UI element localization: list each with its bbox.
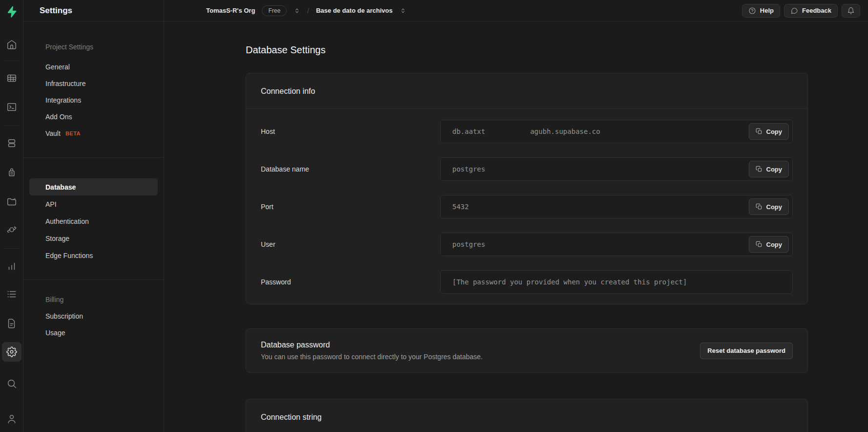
sidebar-item-label: Edge Functions (45, 252, 93, 259)
settings-nav: Project Settings General Infrastructure … (23, 22, 164, 341)
connection-info-body: Host db.aatxt agubh.supabase.co Copy (246, 109, 807, 304)
host-value-field: db.aatxt agubh.supabase.co Copy (440, 120, 793, 143)
plan-badge[interactable]: Free (262, 5, 287, 16)
connection-info-title: Connection info (261, 85, 793, 98)
database-name-value: postgres (452, 165, 485, 173)
sidebar-item-label: Database (45, 183, 76, 191)
sidebar-item-label: Vault (45, 130, 61, 137)
database-password-text: Database password You can use this passw… (261, 341, 483, 361)
beta-badge: BETA (65, 130, 81, 136)
help-circle-icon (748, 7, 756, 15)
sidebar-item-storage[interactable]: Storage (23, 230, 164, 247)
help-button[interactable]: Help (742, 4, 780, 18)
feedback-button-label: Feedback (802, 7, 831, 14)
copy-user-button[interactable]: Copy (749, 236, 789, 253)
rail-divider (4, 61, 20, 61)
database-name-value-field: postgres Copy (440, 157, 793, 181)
sidebar-item-infrastructure[interactable]: Infrastructure (23, 75, 164, 92)
sidebar-item-label: Integrations (45, 96, 81, 104)
database-name-row: Database name postgres Copy (261, 157, 793, 181)
settings-sidebar: Settings Project Settings General Infras… (23, 0, 164, 432)
sidebar-item-edge-functions[interactable]: Edge Functions (23, 247, 164, 264)
database-password-card: Database password You can use this passw… (246, 328, 808, 373)
copy-icon (756, 241, 762, 248)
account-icon[interactable] (2, 409, 21, 429)
edge-functions-icon[interactable] (2, 220, 21, 239)
storage-icon[interactable] (2, 192, 21, 212)
host-value-start: db.aatxt (452, 128, 485, 135)
sidebar-item-database[interactable]: Database (29, 178, 158, 195)
copy-icon (756, 166, 762, 173)
breadcrumb: TomasS-R's Org Free / Base de dato de ar… (206, 5, 406, 16)
settings-icon[interactable] (2, 342, 21, 362)
sidebar-item-subscription[interactable]: Subscription (23, 308, 164, 324)
home-icon[interactable] (2, 35, 21, 54)
connection-info-header: Connection info (246, 73, 807, 109)
port-row: Port 5432 Copy (261, 195, 793, 218)
reports-icon[interactable] (2, 257, 21, 276)
database-password-description: You can use this password to connect dir… (261, 353, 483, 361)
table-editor-icon[interactable] (2, 68, 21, 88)
sidebar-item-api[interactable]: API (23, 195, 164, 213)
database-icon[interactable] (2, 133, 21, 153)
password-row: Password [The password you provided when… (261, 270, 793, 294)
sidebar-item-vault[interactable]: Vault BETA (23, 125, 164, 142)
host-value-end: agubh.supabase.co (530, 128, 600, 135)
copy-button-label: Copy (766, 128, 783, 135)
sidebar-item-label: Subscription (45, 312, 83, 320)
reset-database-password-button[interactable]: Reset database password (700, 343, 793, 359)
logs-icon[interactable] (2, 284, 21, 304)
nav-section-label: Project Settings (23, 39, 164, 55)
sidebar-item-label: Storage (45, 235, 69, 242)
copy-host-button[interactable]: Copy (749, 123, 789, 140)
sidebar-item-usage[interactable]: Usage (23, 324, 164, 341)
breadcrumb-separator: / (307, 7, 309, 15)
nav-section-label: Billing (23, 291, 164, 308)
org-name[interactable]: TomasS-R's Org (206, 7, 255, 14)
user-value: postgres (452, 240, 485, 248)
speech-bubble-icon (790, 7, 798, 15)
page-content: Database Settings Connection info Host d… (246, 22, 808, 432)
sidebar-item-authentication[interactable]: Authentication (23, 213, 164, 230)
user-label: User (261, 240, 440, 248)
connection-string-title: Connection string (261, 410, 793, 424)
host-label: Host (261, 128, 440, 135)
copy-port-button[interactable]: Copy (749, 198, 789, 215)
sidebar-item-label: Add Ons (45, 113, 72, 121)
password-value-field: [The password you provided when you crea… (440, 270, 793, 294)
database-password-title: Database password (261, 341, 483, 349)
page-scroll-area[interactable]: Database Settings Connection info Host d… (164, 22, 868, 432)
connection-info-card: Connection info Host db.aatxt agubh.supa… (246, 73, 808, 304)
authentication-icon[interactable] (2, 162, 21, 182)
sidebar-item-general[interactable]: General (23, 59, 164, 75)
project-name[interactable]: Base de dato de archivos (316, 7, 393, 14)
password-value: [The password you provided when you crea… (452, 278, 687, 286)
notifications-button[interactable] (842, 4, 860, 18)
copy-database-name-button[interactable]: Copy (749, 161, 789, 177)
sidebar-item-label: Usage (45, 329, 65, 337)
chevron-up-down-icon[interactable] (294, 7, 300, 14)
supabase-bolt-icon (5, 5, 18, 18)
password-label: Password (261, 278, 440, 286)
sidebar-item-integrations[interactable]: Integrations (23, 92, 164, 108)
sidebar-item-label: API (45, 200, 57, 208)
docs-icon[interactable] (2, 314, 21, 333)
copy-icon (756, 203, 762, 210)
bell-icon (847, 7, 855, 15)
sidebar-item-add-ons[interactable]: Add Ons (23, 108, 164, 125)
rail-divider (4, 126, 20, 126)
search-icon[interactable] (2, 374, 21, 393)
sql-editor-icon[interactable] (2, 97, 21, 117)
supabase-logo[interactable] (0, 0, 23, 23)
port-label: Port (261, 203, 440, 211)
user-value-field: postgres Copy (440, 233, 793, 256)
chevron-up-down-icon[interactable] (400, 7, 406, 14)
feedback-button[interactable]: Feedback (784, 4, 838, 18)
help-button-label: Help (760, 7, 774, 14)
rail-divider (4, 248, 20, 249)
port-value-field: 5432 Copy (440, 195, 793, 218)
topbar-actions: Help Feedback (742, 4, 860, 18)
sidebar-item-label: General (45, 63, 70, 71)
icon-rail (0, 0, 23, 432)
nav-section-billing: Billing Subscription Usage (23, 280, 164, 341)
